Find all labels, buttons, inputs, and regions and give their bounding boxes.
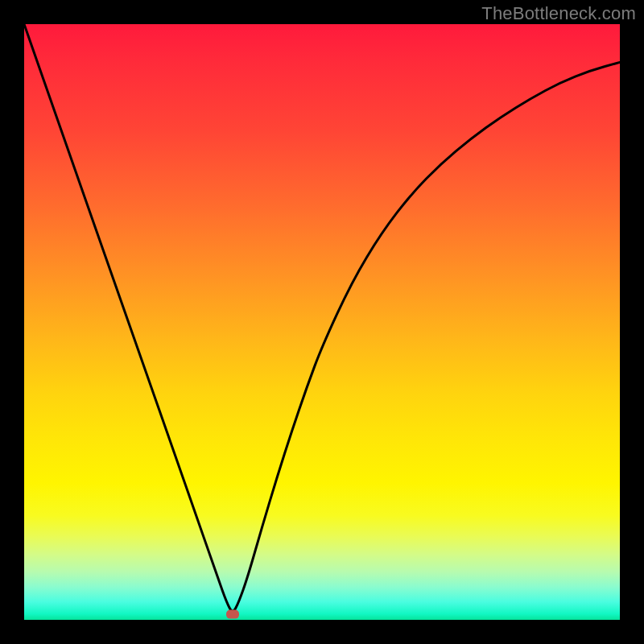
optimal-marker xyxy=(24,24,620,620)
chart-frame: TheBottleneck.com xyxy=(0,0,644,644)
svg-rect-0 xyxy=(226,610,239,619)
watermark-text: TheBottleneck.com xyxy=(481,3,636,24)
